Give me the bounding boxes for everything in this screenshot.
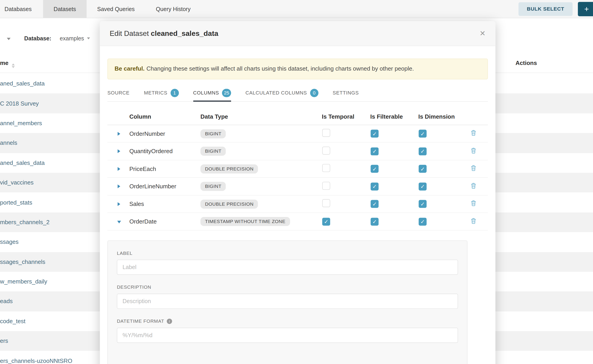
data-type-pill: BIGINT [200, 147, 226, 156]
close-icon[interactable]: ✕ [480, 29, 486, 38]
is-dimension-checkbox[interactable]: ✓ [419, 165, 427, 173]
tab-source[interactable]: SOURCE [107, 84, 130, 101]
database-filter-label: Database: [24, 35, 51, 41]
dataset-name-link[interactable]: C 2018 Survey [0, 100, 39, 107]
tab-calculated-columns[interactable]: CALCULATED COLUMNS0 [245, 84, 318, 101]
expand-cell [107, 218, 129, 225]
expand-caret-icon[interactable] [118, 149, 120, 153]
column-header-is-temporal: Is Temporal [320, 114, 369, 120]
column-header-is-filterable: Is Filterable [369, 114, 417, 120]
is-dimension-checkbox[interactable]: ✓ [419, 182, 427, 190]
check-icon: ✓ [372, 149, 377, 154]
dataset-name-link[interactable]: ers [0, 338, 8, 344]
info-icon[interactable]: i [167, 319, 172, 324]
is-filterable-checkbox[interactable]: ✓ [370, 182, 378, 190]
dataset-name-link[interactable]: annels [0, 140, 17, 146]
description-field-label: DESCRIPTION [117, 285, 458, 290]
delete-column-button[interactable] [470, 182, 477, 189]
is-filterable-checkbox[interactable]: ✓ [370, 218, 378, 226]
column-row: QuantityOrderedBIGINT✓✓ [107, 143, 488, 160]
data-type-pill: BIGINT [200, 182, 226, 191]
expand-caret-icon[interactable] [118, 202, 120, 206]
tab-count-badge: 0 [310, 89, 318, 97]
is-temporal-cell: ✓ [320, 218, 369, 226]
expand-cell [107, 183, 129, 190]
nav-item-query-history[interactable]: Query History [145, 0, 201, 18]
delete-column-button[interactable] [470, 165, 477, 171]
nav-item-saved-queries[interactable]: Saved Queries [87, 0, 145, 18]
is-dimension-checkbox[interactable]: ✓ [419, 200, 427, 208]
datetime-format-input[interactable] [117, 328, 458, 343]
dataset-name-link[interactable]: aned_sales_data [0, 80, 45, 87]
dataset-name-link[interactable]: code_test [0, 318, 26, 325]
delete-column-button[interactable] [470, 200, 477, 206]
is-temporal-checkbox[interactable] [322, 182, 330, 190]
is-temporal-checkbox[interactable] [322, 164, 330, 172]
data-type-pill: DOUBLE PRECISION [200, 199, 258, 208]
is-dimension-checkbox[interactable]: ✓ [419, 218, 427, 226]
column-row: PriceEachDOUBLE PRECISION✓✓ [107, 160, 488, 178]
description-input[interactable] [117, 294, 458, 309]
expand-caret-icon[interactable] [118, 184, 120, 188]
is-dimension-checkbox[interactable]: ✓ [419, 147, 427, 155]
warning-text: Changing these settings will affect all … [146, 65, 414, 72]
is-filterable-checkbox[interactable]: ✓ [370, 147, 378, 155]
bulk-select-button[interactable]: BULK SELECT [519, 2, 573, 16]
trash-icon [470, 200, 477, 206]
sort-desc-icon [12, 66, 15, 68]
column-name: PriceEach [129, 166, 200, 172]
dataset-name-link[interactable]: ported_stats [0, 199, 32, 206]
is-temporal-checkbox[interactable] [322, 129, 330, 137]
is-dimension-cell: ✓ [417, 147, 466, 155]
is-filterable-cell: ✓ [369, 200, 417, 208]
dataset-name-link[interactable]: w_members_daily [0, 278, 47, 285]
tab-metrics[interactable]: METRICS1 [144, 84, 179, 101]
expand-caret-icon[interactable] [118, 132, 120, 136]
dataset-name-link[interactable]: ssages_channels [0, 259, 45, 265]
collapse-caret-icon[interactable] [117, 221, 121, 223]
expand-caret-icon[interactable] [118, 167, 120, 171]
database-filter-select[interactable]: examples [60, 35, 90, 41]
dataset-name-link[interactable]: ssages [0, 239, 19, 245]
is-filterable-checkbox[interactable]: ✓ [370, 200, 378, 208]
top-navigation: DatabasesDatasetsSaved QueriesQuery Hist… [0, 0, 593, 18]
check-icon: ✓ [420, 149, 425, 154]
column-name: QuantityOrdered [129, 148, 200, 155]
dataset-name-link[interactable]: aned_sales_data [0, 159, 45, 166]
column-detail-panel: LABEL DESCRIPTION DATETIME FORMAT i [107, 240, 468, 364]
is-temporal-cell [320, 164, 369, 174]
expand-cell [107, 166, 129, 172]
row-actions-cell [466, 218, 488, 226]
label-input[interactable] [117, 260, 458, 275]
is-filterable-cell: ✓ [369, 182, 417, 190]
dataset-name-link[interactable]: ers_channels-uzooNNtSRO [0, 358, 72, 364]
chevron-down-icon[interactable] [7, 38, 11, 40]
nav-item-databases[interactable]: Databases [0, 0, 43, 18]
check-icon: ✓ [372, 219, 377, 224]
is-temporal-checkbox[interactable] [322, 199, 330, 207]
app-root: Database: examples me Actions aned_sales… [0, 0, 593, 364]
nav-item-datasets[interactable]: Datasets [43, 0, 87, 18]
columns-table-body: OrderNumberBIGINT✓✓QuantityOrderedBIGINT… [107, 125, 488, 231]
name-column-header[interactable]: me [0, 60, 15, 68]
dataset-name-link[interactable]: annel_members [0, 120, 42, 127]
is-filterable-checkbox[interactable]: ✓ [370, 130, 378, 137]
data-type-pill: TIMESTAMP WITHOUT TIME ZONE [200, 217, 290, 226]
tab-columns[interactable]: COLUMNS25 [193, 84, 231, 101]
add-dataset-button[interactable]: + [578, 2, 593, 16]
modal-dataset-name: cleaned_sales_data [151, 29, 218, 37]
delete-column-button[interactable] [470, 218, 477, 224]
is-filterable-checkbox[interactable]: ✓ [370, 165, 378, 173]
dataset-name-link[interactable]: vid_vaccines [0, 179, 34, 186]
dataset-name-link[interactable]: mbers_channels_2 [0, 219, 50, 226]
is-dimension-checkbox[interactable]: ✓ [419, 130, 427, 137]
tab-settings[interactable]: SETTINGS [333, 84, 359, 101]
dataset-name-link[interactable]: eads [0, 298, 13, 305]
is-filterable-cell: ✓ [369, 147, 417, 155]
is-temporal-checkbox[interactable] [322, 147, 330, 155]
delete-column-button[interactable] [470, 147, 477, 154]
delete-column-button[interactable] [470, 130, 477, 136]
expand-cell [107, 130, 129, 137]
is-temporal-checkbox[interactable]: ✓ [322, 218, 330, 226]
description-field-label-text: DESCRIPTION [117, 285, 151, 290]
